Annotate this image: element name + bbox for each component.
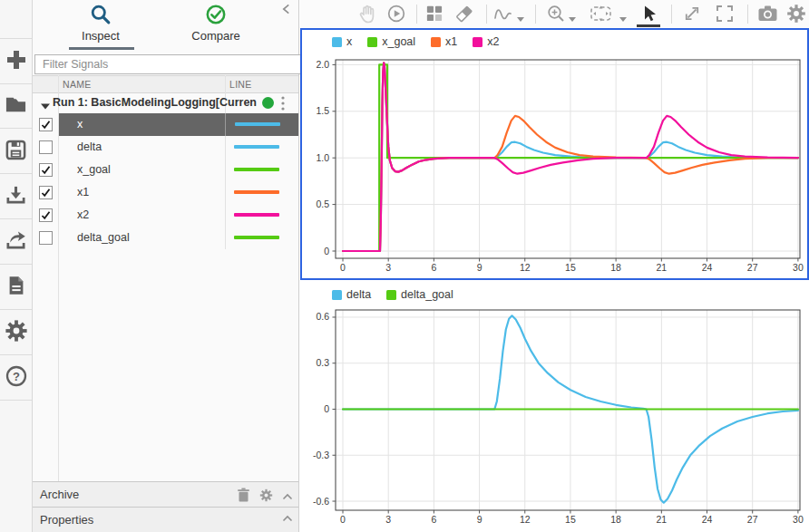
- create-report-button[interactable]: [0, 265, 32, 310]
- import-button[interactable]: [0, 174, 32, 219]
- preferences-button[interactable]: [0, 310, 32, 355]
- fit-to-view-button[interactable]: [588, 4, 613, 25]
- snapshot-button[interactable]: [756, 4, 778, 25]
- add-run-button[interactable]: [0, 38, 32, 84]
- table-header: NAME LINE: [33, 75, 298, 93]
- pointer-tool-button[interactable]: [638, 4, 659, 25]
- expand-button[interactable]: [681, 4, 703, 25]
- toolbar-separator: [671, 5, 672, 24]
- svg-text:-0.6: -0.6: [313, 496, 329, 507]
- data-panel: Inspect Compare NAME LINE Run 1: BasicMo…: [33, 0, 299, 532]
- replay-icon: [386, 4, 406, 26]
- signal-row-x[interactable]: x: [33, 113, 298, 136]
- signal-row-x_goal[interactable]: x_goal: [33, 159, 298, 181]
- signal-visibility-checkbox[interactable]: [33, 181, 58, 204]
- signal-line-preview: [225, 136, 298, 159]
- signal-row-delta[interactable]: delta: [33, 136, 298, 159]
- axis-box: [336, 60, 800, 258]
- signal-color-chip: [234, 168, 279, 171]
- toolbar-separator: [747, 5, 748, 24]
- svg-text:0.6: 0.6: [316, 311, 329, 322]
- active-tab-underline: [69, 47, 134, 50]
- svg-text:0: 0: [340, 514, 346, 525]
- svg-text:18: 18: [610, 514, 621, 525]
- legend-label: x2: [487, 35, 499, 48]
- tab-compare[interactable]: Compare: [176, 4, 256, 47]
- checkbox-icon[interactable]: [39, 231, 53, 245]
- subplot-1-active[interactable]: xx_goalx1x2 03691215182124273000.51.01.5…: [300, 28, 809, 280]
- checkbox-checked-icon[interactable]: [39, 208, 53, 222]
- properties-panel-header[interactable]: Properties: [33, 507, 298, 532]
- signal-line-preview: [225, 204, 298, 227]
- signal-list: xdeltax_goalx1x2delta_goal: [33, 113, 298, 249]
- caret-down-icon[interactable]: [41, 100, 50, 112]
- export-button[interactable]: [0, 219, 32, 265]
- archive-collapse-chevron-icon[interactable]: [282, 490, 293, 503]
- svg-text:0.3: 0.3: [316, 357, 329, 368]
- subplot-1-chart[interactable]: 03691215182124273000.51.01.52.0: [302, 30, 805, 276]
- plot-settings-button[interactable]: [785, 4, 807, 25]
- help-button[interactable]: ?: [0, 355, 32, 401]
- signal-name: delta: [59, 136, 243, 159]
- signal-visibility-checkbox[interactable]: [33, 227, 58, 249]
- eraser-icon: [454, 4, 474, 26]
- tab-inspect-label: Inspect: [61, 29, 141, 43]
- svg-text:6: 6: [431, 262, 436, 273]
- signal-color-chip: [235, 122, 280, 126]
- open-button[interactable]: [0, 83, 32, 129]
- filter-signals-input[interactable]: [34, 54, 305, 74]
- fullscreen-icon: [715, 4, 735, 26]
- signal-color-chip: [234, 145, 279, 149]
- signal-name: x1: [59, 181, 243, 204]
- subplot-2[interactable]: deltadelta_goal 036912151821242730-0.6-0…: [300, 282, 809, 532]
- subplot-2-legend: deltadelta_goal: [332, 288, 453, 301]
- chevron-left-icon: [281, 5, 291, 18]
- legend-item-delta_goal: delta_goal: [386, 288, 453, 301]
- signal-line-preview: [225, 181, 298, 204]
- svg-text:0.5: 0.5: [316, 198, 329, 209]
- gridlines: [336, 60, 800, 258]
- pan-hand-icon: [356, 4, 376, 26]
- checkbox-icon[interactable]: [39, 140, 53, 154]
- subplot-2-chart[interactable]: 036912151821242730-0.6-0.300.30.6: [300, 282, 809, 532]
- signal-row-delta_goal[interactable]: delta_goal: [33, 227, 298, 249]
- signal-wave-icon: [492, 4, 514, 26]
- properties-collapse-chevron-icon[interactable]: [282, 512, 293, 525]
- subplot-layout-button[interactable]: [423, 4, 444, 25]
- legend-item-x1: x1: [431, 35, 457, 48]
- save-button[interactable]: [0, 129, 32, 174]
- pan-button[interactable]: [356, 4, 377, 25]
- zoom-in-button[interactable]: [545, 4, 567, 25]
- signal-visibility-checkbox[interactable]: [33, 204, 58, 227]
- tab-inspect[interactable]: Inspect: [61, 4, 141, 47]
- svg-text:-0.3: -0.3: [313, 450, 329, 460]
- archive-settings-gear-icon[interactable]: [259, 488, 273, 505]
- clear-plots-button[interactable]: [453, 4, 475, 25]
- checkbox-checked-icon[interactable]: [39, 163, 53, 177]
- legend-label: x_goal: [382, 35, 415, 48]
- toolbar-separator: [486, 5, 487, 24]
- signal-options-button[interactable]: [492, 4, 514, 25]
- signal-visibility-checkbox[interactable]: [33, 113, 58, 136]
- fullscreen-button[interactable]: [714, 4, 736, 25]
- run-row[interactable]: Run 1: BasicModelingLogging[Curren: [33, 93, 298, 113]
- signal-visibility-checkbox[interactable]: [33, 136, 58, 159]
- signal-options-caret-icon[interactable]: [517, 12, 524, 24]
- checkbox-checked-icon[interactable]: [39, 118, 53, 131]
- signal-color-chip: [234, 213, 279, 217]
- collapse-panel-button[interactable]: [281, 3, 291, 18]
- archive-panel-header[interactable]: Archive: [33, 481, 298, 507]
- plus-icon: [5, 48, 28, 74]
- signal-row-x1[interactable]: x1: [33, 181, 298, 204]
- signal-visibility-checkbox[interactable]: [33, 159, 58, 181]
- fit-caret-icon[interactable]: [619, 12, 627, 24]
- checkbox-checked-icon[interactable]: [39, 186, 53, 199]
- legend-item-x: x: [332, 35, 352, 48]
- signal-row-x2[interactable]: x2: [33, 204, 298, 227]
- run-menu-button[interactable]: [279, 94, 287, 115]
- zoom-caret-icon[interactable]: [569, 12, 576, 24]
- plot-toolbar: [300, 0, 809, 28]
- replay-button[interactable]: [385, 4, 407, 25]
- trash-icon[interactable]: [237, 487, 250, 506]
- legend-color-chip: [431, 37, 441, 47]
